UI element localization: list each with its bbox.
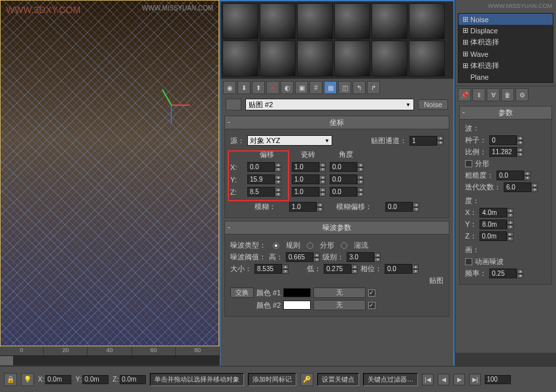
prev-frame-icon[interactable]: ◀ bbox=[438, 374, 449, 385]
iter-spinner[interactable]: ▴▾ bbox=[504, 182, 538, 192]
mod-item-displace[interactable]: ⊞Displace bbox=[459, 25, 553, 36]
tile-x-spinner[interactable]: ▴▾ bbox=[292, 162, 324, 172]
color1-swatch[interactable] bbox=[283, 288, 311, 297]
remove-mod-icon[interactable]: 🗑 bbox=[501, 88, 514, 101]
current-frame[interactable] bbox=[485, 375, 511, 384]
coord-y[interactable] bbox=[82, 375, 109, 384]
material-slot[interactable] bbox=[409, 3, 445, 39]
mod-item-volsel1[interactable]: ⊞体积选择 bbox=[459, 36, 553, 48]
go-forward-icon[interactable]: ↱ bbox=[367, 81, 380, 94]
material-slot[interactable] bbox=[372, 41, 408, 76]
tile-y-spinner[interactable]: ▴▾ bbox=[292, 174, 324, 184]
seed-spinner[interactable]: ▴▾ bbox=[489, 135, 523, 145]
lock-icon[interactable]: 🔒 bbox=[4, 373, 17, 386]
make-unique-icon[interactable]: ◐ bbox=[281, 81, 294, 94]
low-spinner[interactable]: ▴▾ bbox=[324, 264, 358, 274]
show-map-icon[interactable]: ▦ bbox=[324, 81, 337, 94]
channel-spinner[interactable]: ▴▾ bbox=[409, 136, 443, 146]
mod-item-plane[interactable]: Plane bbox=[459, 72, 553, 82]
mod-item-noise[interactable]: ⊞Noise bbox=[459, 14, 553, 25]
move-gizmo[interactable] bbox=[151, 86, 190, 125]
material-slot[interactable] bbox=[260, 41, 296, 76]
modifier-stack[interactable]: ⊞Noise ⊞Displace ⊞体积选择 ⊞Wave ⊞体积选择 Plane bbox=[458, 13, 553, 83]
phase-spinner[interactable]: ▴▾ bbox=[385, 264, 419, 274]
strength-y-spinner[interactable]: ▴▾ bbox=[479, 220, 513, 229]
material-slot[interactable] bbox=[260, 3, 296, 39]
viewport[interactable]: WWW.3DXY.COM WWW.MISSYUAN.COM bbox=[0, 0, 219, 346]
strength-z-spinner[interactable]: ▴▾ bbox=[479, 231, 513, 241]
coordinates-header[interactable]: - 坐标 bbox=[225, 116, 449, 129]
levels-spinner[interactable]: ▴▾ bbox=[347, 252, 381, 262]
scale-spinner[interactable]: ▴▾ bbox=[489, 147, 523, 157]
configure-icon[interactable]: ⚙ bbox=[515, 88, 529, 101]
key-icon[interactable]: 🔑 bbox=[300, 373, 313, 386]
radio-turbulence[interactable] bbox=[341, 242, 347, 249]
angle-y-spinner[interactable]: ▴▾ bbox=[330, 174, 362, 184]
go-parent-icon[interactable]: ↰ bbox=[353, 81, 366, 94]
show-result-icon[interactable]: ◫ bbox=[338, 81, 351, 94]
add-marker[interactable]: 添加时间标记 bbox=[248, 373, 296, 386]
material-slot[interactable] bbox=[297, 41, 333, 76]
next-frame-icon[interactable]: ▶| bbox=[469, 374, 481, 385]
gizmo-z[interactable] bbox=[171, 105, 172, 123]
blur-offset-spinner[interactable]: ▴▾ bbox=[385, 202, 419, 212]
swap-button[interactable]: 交换 bbox=[230, 287, 254, 298]
material-slot[interactable] bbox=[372, 3, 408, 39]
set-key-button[interactable]: 设置关键点 bbox=[317, 373, 359, 386]
key-filter-button[interactable]: 关键点过滤器… bbox=[363, 373, 418, 386]
fractal-check[interactable] bbox=[465, 160, 472, 167]
timeline[interactable]: 0 20 40 60 80 bbox=[0, 346, 220, 366]
blur-spinner[interactable]: ▴▾ bbox=[289, 202, 323, 212]
strength-x-spinner[interactable]: ▴▾ bbox=[479, 208, 513, 218]
offset-y-spinner[interactable]: ▴▾ bbox=[247, 174, 287, 184]
map-name-combo[interactable]: 贴图 #2 ▼ bbox=[245, 99, 414, 110]
material-slot[interactable] bbox=[297, 3, 333, 39]
get-material-icon[interactable]: ◉ bbox=[223, 81, 236, 94]
radio-fractal[interactable] bbox=[307, 242, 313, 249]
freq-spinner[interactable]: ▴▾ bbox=[489, 269, 523, 278]
make-unique-icon[interactable]: ∀ bbox=[487, 88, 500, 101]
bulb-icon[interactable]: 💡 bbox=[21, 373, 34, 386]
material-slot[interactable] bbox=[222, 3, 258, 39]
put-material-icon[interactable]: ⬇ bbox=[237, 81, 251, 94]
color2-swatch[interactable] bbox=[283, 301, 311, 310]
radio-regular[interactable] bbox=[273, 242, 279, 249]
map2-button[interactable]: 无 bbox=[313, 300, 366, 310]
dropper-icon[interactable] bbox=[226, 99, 241, 110]
noise-header[interactable]: -噪波参数 bbox=[225, 221, 449, 235]
params-header[interactable]: -参数 bbox=[460, 106, 551, 120]
material-slot[interactable] bbox=[222, 41, 258, 76]
mod-item-volsel2[interactable]: ⊞体积选择 bbox=[459, 59, 553, 72]
rough-spinner[interactable]: ▴▾ bbox=[496, 171, 530, 180]
play-icon[interactable]: ▶ bbox=[453, 374, 465, 385]
material-id-icon[interactable]: # bbox=[309, 81, 322, 94]
time-slider-thumb[interactable] bbox=[0, 356, 13, 365]
offset-z-spinner[interactable]: ▴▾ bbox=[247, 187, 287, 197]
tile-z-spinner[interactable]: ▴▾ bbox=[292, 187, 324, 197]
material-slot[interactable] bbox=[334, 3, 370, 39]
source-combo[interactable]: 对象 XYZ▼ bbox=[247, 135, 332, 146]
put-library-icon[interactable]: ▣ bbox=[295, 81, 308, 94]
angle-x-spinner[interactable]: ▴▾ bbox=[330, 162, 362, 172]
angle-z-spinner[interactable]: ▴▾ bbox=[330, 187, 362, 197]
map2-check[interactable] bbox=[368, 302, 375, 309]
offset-x-spinner[interactable]: ▴▾ bbox=[247, 162, 287, 172]
mod-item-wave[interactable]: ⊞Wave bbox=[459, 48, 553, 59]
material-slot[interactable] bbox=[334, 41, 370, 76]
high-spinner[interactable]: ▴▾ bbox=[286, 252, 320, 262]
coord-z[interactable] bbox=[120, 375, 146, 384]
material-slot[interactable] bbox=[409, 41, 445, 76]
map1-button[interactable]: 无 bbox=[313, 287, 366, 298]
goto-start-icon[interactable]: |◀ bbox=[422, 374, 434, 385]
size-spinner[interactable]: ▴▾ bbox=[254, 264, 288, 274]
assign-icon[interactable]: ⬆ bbox=[252, 81, 265, 94]
show-result-icon[interactable]: Ⅱ bbox=[472, 88, 485, 101]
gizmo-x[interactable] bbox=[171, 105, 190, 106]
gizmo-y[interactable] bbox=[162, 89, 172, 105]
delete-icon[interactable]: ✕ bbox=[266, 81, 279, 94]
pin-stack-icon[interactable]: 📌 bbox=[458, 88, 471, 101]
map-type-button[interactable]: Noise bbox=[418, 99, 448, 110]
coord-x[interactable] bbox=[45, 375, 71, 384]
map1-check[interactable] bbox=[368, 289, 375, 297]
anim-noise-check[interactable] bbox=[465, 258, 472, 265]
